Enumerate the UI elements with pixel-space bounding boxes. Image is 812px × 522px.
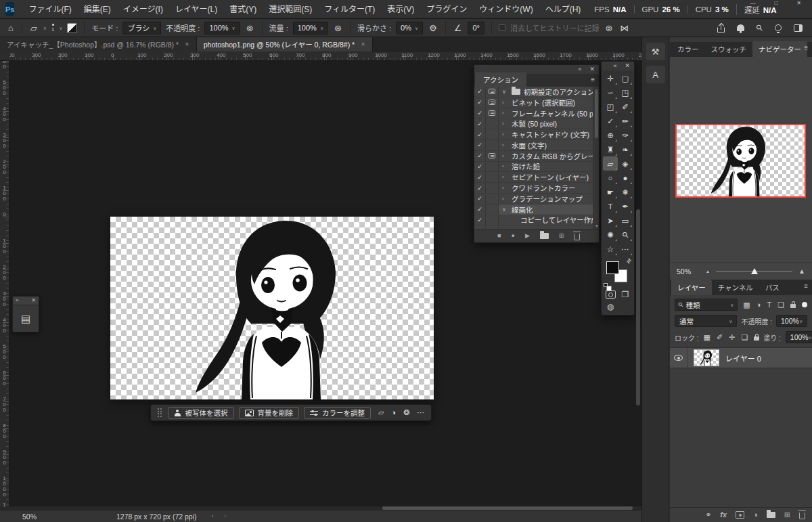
expand-arrow-icon[interactable]: ∨: [502, 206, 508, 213]
expand-panel-icon[interactable]: »: [16, 298, 18, 303]
new-adjustment-icon[interactable]: ◑: [753, 511, 758, 519]
adjust-color-button[interactable]: カラーを調整: [304, 407, 371, 419]
layer-filter-select[interactable]: ⚲ 種類 ∨: [675, 299, 738, 311]
notifications-bell-icon[interactable]: [737, 24, 744, 31]
action-modal-toggle[interactable]: [486, 118, 499, 129]
close-icon[interactable]: ✕: [589, 66, 595, 72]
opacity-select[interactable]: 100% ∨: [204, 22, 240, 35]
expand-arrow-icon[interactable]: ›: [502, 185, 508, 191]
remove-background-button[interactable]: 背景を削除: [239, 407, 300, 419]
angle-field[interactable]: 0°: [468, 22, 484, 35]
expand-arrow-icon[interactable]: ›: [502, 174, 508, 180]
panel-menu-icon[interactable]: ≡: [804, 45, 808, 51]
navigator-zoom-slider[interactable]: [716, 267, 792, 276]
action-item[interactable]: ✓∨線画化: [474, 204, 599, 215]
panel-tab[interactable]: ナビゲーター: [752, 41, 807, 57]
action-modal-toggle[interactable]: [486, 172, 499, 182]
document-tab[interactable]: アイキャッチ_【Photoshop】.psd @ 16.7% (RGB/8) *…: [0, 37, 197, 51]
action-checkmark[interactable]: ✓: [474, 87, 486, 97]
menu-item[interactable]: 表示(V): [381, 0, 420, 19]
action-item[interactable]: ✓›クワドラントカラー: [474, 183, 599, 194]
collapsed-character-panel-button[interactable]: A: [646, 66, 665, 83]
status-zoom-field[interactable]: 50%: [22, 513, 64, 521]
stop-icon[interactable]: ■: [497, 233, 501, 239]
action-item[interactable]: ✓›フレームチャンネル (50 pixel): [474, 108, 599, 119]
action-checkmark[interactable]: ✓: [474, 97, 486, 108]
lock-all-icon[interactable]: [754, 336, 759, 341]
flow-select[interactable]: 100% ∨: [293, 22, 328, 35]
action-modal-toggle[interactable]: [486, 162, 499, 172]
menu-item[interactable]: イメージ(I): [117, 0, 169, 19]
harmonize-icon[interactable]: ❂: [403, 409, 409, 416]
maximize-button[interactable]: □: [774, 1, 777, 6]
lock-transparent-icon[interactable]: ▦: [704, 334, 710, 341]
erase-to-history-checkbox[interactable]: [499, 24, 505, 31]
share-icon[interactable]: [717, 27, 725, 32]
close-tab-icon[interactable]: ✕: [185, 41, 189, 47]
transform-icon[interactable]: ▱: [378, 409, 384, 416]
brush-picker-chevron-icon[interactable]: ∨: [59, 26, 62, 30]
menu-item[interactable]: 書式(Y): [223, 0, 263, 19]
new-set-folder-icon[interactable]: [540, 233, 549, 239]
vertical-ruler[interactable]: 6005004003002001000100200300400500600700…: [0, 61, 9, 506]
home-icon[interactable]: ⌂: [7, 24, 15, 32]
action-item[interactable]: ✓›カスタム RGB からグレースケ...: [474, 151, 599, 162]
actions-scrollbar[interactable]: ▼: [593, 87, 599, 229]
lasso-tool[interactable]: ∽: [603, 85, 618, 100]
add-mask-icon[interactable]: [736, 511, 744, 519]
tab-actions[interactable]: アクション: [475, 72, 526, 87]
panel-menu-icon[interactable]: ≡: [591, 77, 595, 83]
vertical-scrollbar[interactable]: [636, 64, 640, 502]
panel-menu-icon[interactable]: ≡: [804, 283, 808, 290]
minimize-button[interactable]: —: [750, 1, 755, 6]
action-checkmark[interactable]: ✓: [474, 129, 486, 139]
action-modal-toggle[interactable]: [486, 87, 499, 97]
smoothing-select[interactable]: 0% ∨: [396, 22, 423, 35]
search-icon[interactable]: ⚲: [754, 23, 765, 33]
slider-thumb[interactable]: [751, 268, 758, 274]
status-popup-arrow-icon[interactable]: ›: [212, 513, 214, 519]
pen-tool[interactable]: ✒: [618, 199, 633, 213]
action-item[interactable]: ✓›木製 (50 pixel): [474, 118, 599, 129]
collapse-icon[interactable]: «: [613, 63, 616, 69]
workspace-switcher-icon[interactable]: [794, 24, 803, 32]
history-panel-icon[interactable]: ▤: [21, 313, 30, 324]
history-brush-tool[interactable]: ✑: [618, 128, 633, 142]
action-item[interactable]: ✓›水面 (文字): [474, 140, 599, 151]
rectangle-tool[interactable]: ▭: [618, 213, 633, 227]
menu-item[interactable]: ヘルプ(H): [539, 0, 587, 19]
action-modal-toggle[interactable]: [486, 97, 499, 108]
expand-arrow-icon[interactable]: ›: [502, 153, 508, 159]
record-icon[interactable]: ●: [511, 233, 514, 239]
smudge-tool[interactable]: ☛: [603, 185, 618, 199]
menu-item[interactable]: 編集(E): [78, 0, 117, 19]
panel-tab[interactable]: カラー: [671, 41, 705, 57]
foreground-color-swatch[interactable]: [606, 261, 619, 274]
status-collapse-arrow-icon[interactable]: ‹: [225, 513, 227, 519]
new-action-icon[interactable]: ⊞: [559, 233, 564, 239]
eraser-tool-icon[interactable]: ▱: [29, 24, 39, 32]
shape-filter-icon[interactable]: ❏: [777, 301, 784, 309]
close-icon[interactable]: ✕: [625, 63, 630, 69]
pencil-tool[interactable]: ✏: [618, 114, 633, 128]
lock-artboard-icon[interactable]: ❏: [741, 334, 748, 341]
action-item[interactable]: ✓›ビネット (選択範囲): [474, 97, 599, 108]
layer-thumbnail[interactable]: [694, 349, 719, 366]
navigator-zoom-field[interactable]: 50%: [677, 267, 700, 276]
lock-position-icon[interactable]: ✛: [729, 334, 735, 341]
discover-lightbulb-icon[interactable]: [775, 24, 782, 31]
layers-group-tab[interactable]: レイヤー: [671, 280, 712, 295]
layer-opacity-field[interactable]: 100% ∨: [776, 315, 807, 327]
link-layers-icon[interactable]: ⚭: [705, 511, 711, 519]
pressure-opacity-icon[interactable]: ⊚: [245, 24, 255, 32]
eraser-tool[interactable]: ▱: [603, 156, 618, 171]
action-checkmark[interactable]: ✓: [474, 162, 486, 172]
screen-mode-icon[interactable]: ❐: [622, 290, 629, 299]
delete-action-icon[interactable]: [574, 234, 580, 240]
brush-settings-toggle-icon[interactable]: [67, 23, 77, 33]
dodge-tool[interactable]: ○: [603, 171, 618, 185]
swap-colors-icon[interactable]: ⇄: [625, 257, 633, 265]
expand-arrow-icon[interactable]: ›: [502, 131, 508, 137]
brush-preset-picker[interactable]: 1: [51, 24, 54, 32]
close-icon[interactable]: ✕: [31, 298, 36, 303]
